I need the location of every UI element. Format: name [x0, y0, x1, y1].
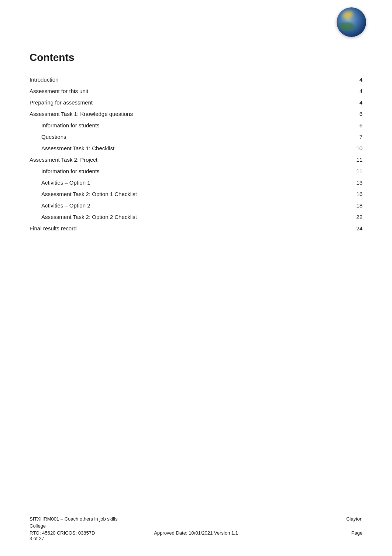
page-container: Contents Introduction4Assessment for thi…	[0, 0, 392, 556]
toc-row: Preparing for assessment4	[30, 97, 362, 108]
toc-item-label: Assessment Task 2: Option 2 Checklist	[30, 211, 313, 223]
toc-item-label: Information for students	[30, 120, 313, 131]
toc-row: Assessment Task 2: Project11	[30, 154, 362, 165]
toc-row: Information for students11	[30, 165, 362, 177]
toc-item-page: 18	[313, 200, 362, 211]
footer-title: SITXHRM001 – Coach others in job skills	[30, 516, 196, 522]
footer-page-label: Page	[251, 530, 362, 536]
toc-item-page: 4	[313, 97, 362, 108]
toc-item-page: 6	[313, 120, 362, 131]
toc-row: Introduction4	[30, 74, 362, 85]
toc-item-label: Activities – Option 2	[30, 200, 313, 211]
toc-item-label: Assessment Task 2: Project	[30, 154, 313, 165]
toc-item-label: Activities – Option 1	[30, 177, 313, 188]
toc-row: Assessment Task 1: Knowledge questions6	[30, 108, 362, 120]
footer-rto: RTO: 45620 CRICOS: 03857D	[30, 530, 141, 536]
toc-item-page: 7	[313, 131, 362, 143]
toc-item-label: Assessment Task 1: Checklist	[30, 143, 313, 154]
toc-row: Information for students6	[30, 120, 362, 131]
toc-item-page: 10	[313, 143, 362, 154]
toc-row: Assessment for this unit4	[30, 85, 362, 97]
toc-item-page: 4	[313, 85, 362, 97]
toc-row: Final results record24	[30, 223, 362, 234]
toc-item-label: Information for students	[30, 165, 313, 177]
page-title: Contents	[30, 52, 362, 64]
footer-center-college: College	[30, 523, 362, 529]
logo-icon	[337, 7, 366, 37]
footer-page-number: 3 of 27	[30, 536, 362, 541]
toc-row: Activities – Option 218	[30, 200, 362, 211]
footer-approved: Approved Date: 10/01/2021 Version 1.1	[141, 530, 252, 536]
toc-row: Assessment Task 2: Option 2 Checklist22	[30, 211, 362, 223]
toc-row: Assessment Task 1: Checklist10	[30, 143, 362, 154]
toc-item-label: Assessment Task 1: Knowledge questions	[30, 108, 313, 120]
toc-row: Questions7	[30, 131, 362, 143]
toc-item-label: Assessment Task 2: Option 1 Checklist	[30, 188, 313, 200]
logo-area	[337, 7, 370, 41]
toc-item-page: 11	[313, 165, 362, 177]
footer-college: Clayton	[196, 516, 362, 522]
toc-item-label: Questions	[30, 131, 313, 143]
toc-item-page: 16	[313, 188, 362, 200]
toc-row: Assessment Task 2: Option 1 Checklist16	[30, 188, 362, 200]
toc-item-label: Final results record	[30, 223, 313, 234]
toc-item-page: 22	[313, 211, 362, 223]
toc-item-label: Preparing for assessment	[30, 97, 313, 108]
toc-item-page: 11	[313, 154, 362, 165]
toc-table: Introduction4Assessment for this unit4Pr…	[30, 74, 362, 234]
toc-item-page: 6	[313, 108, 362, 120]
toc-item-page: 24	[313, 223, 362, 234]
toc-item-label: Assessment for this unit	[30, 85, 313, 97]
footer: SITXHRM001 – Coach others in job skills …	[30, 513, 362, 541]
toc-row: Activities – Option 113	[30, 177, 362, 188]
toc-item-label: Introduction	[30, 74, 313, 85]
toc-item-page: 4	[313, 74, 362, 85]
toc-item-page: 13	[313, 177, 362, 188]
